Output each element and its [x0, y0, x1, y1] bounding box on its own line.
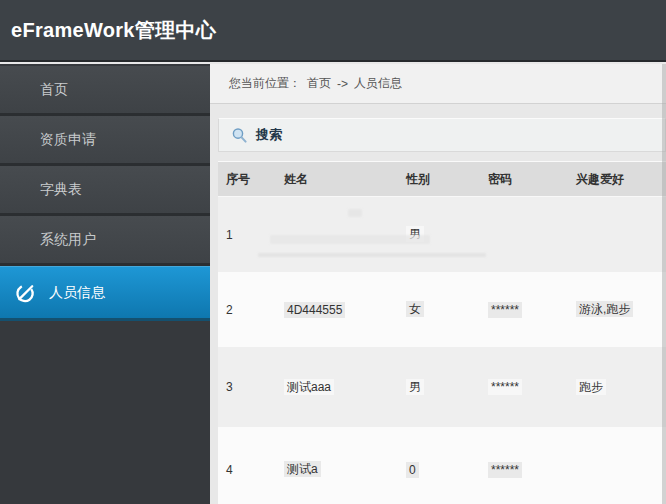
sidebar-item-label: 字典表 [40, 181, 82, 199]
column-header-password: 密码 [480, 171, 568, 188]
cell-gender: 0 [398, 463, 480, 477]
cell-name: 4D444555 [276, 303, 398, 317]
cell-no: 3 [218, 380, 276, 394]
table-row[interactable]: 1 男 [218, 197, 666, 272]
table-row[interactable]: 3 测试aaa 男 ****** 跑步 [218, 347, 666, 427]
column-header-no: 序号 [218, 171, 276, 188]
sidebar-item-home[interactable]: 首页 [0, 66, 210, 116]
breadcrumb: 您当前位置： 首页 -> 人员信息 [210, 64, 666, 104]
column-header-gender: 性别 [398, 171, 480, 188]
cell-password: ****** [480, 303, 568, 317]
app-title: eFrameWork管理中心 [11, 17, 216, 44]
sidebar-item-personnel-info[interactable]: 人员信息 [0, 266, 210, 321]
cell-no: 4 [218, 463, 276, 477]
column-header-hobby: 兴趣爱好 [568, 171, 666, 188]
table-header-row: 序号 姓名 性别 密码 兴趣爱好 [218, 161, 666, 197]
sidebar-item-label: 资质申请 [40, 131, 96, 149]
cell-hobby: 游泳,跑步 [568, 301, 666, 318]
sidebar-item-qualification-apply[interactable]: 资质申请 [0, 116, 210, 166]
window-edge-shade [662, 64, 666, 504]
breadcrumb-arrow: -> [337, 77, 348, 91]
column-header-name: 姓名 [276, 171, 398, 188]
breadcrumb-home-link[interactable]: 首页 [307, 75, 331, 92]
main-content: 您当前位置： 首页 -> 人员信息 搜索 序号 姓名 性别 密码 兴趣爱好 1 [210, 64, 666, 504]
sidebar-item-system-users[interactable]: 系统用户 [0, 216, 210, 266]
cell-name: 测试aaa [276, 379, 398, 396]
cell-password: ****** [480, 463, 568, 477]
sidebar-item-label: 首页 [40, 81, 68, 99]
cell-no: 1 [218, 228, 276, 242]
search-label: 搜索 [256, 126, 282, 144]
search-toggle-bar[interactable]: 搜索 [218, 118, 666, 152]
search-icon [231, 127, 248, 144]
cell-gender: 女 [398, 301, 480, 318]
cell-gender: 男 [398, 226, 480, 243]
app-header: eFrameWork管理中心 [0, 0, 666, 62]
cell-hobby: 跑步 [568, 379, 666, 396]
sidebar-item-dictionary-table[interactable]: 字典表 [0, 166, 210, 216]
table-row[interactable]: 4 测试a 0 ****** [218, 427, 666, 504]
personnel-table: 序号 姓名 性别 密码 兴趣爱好 1 男 2 4D444555 女 ******… [218, 161, 666, 504]
cell-name: 测试a [276, 461, 398, 478]
sidebar-item-label: 人员信息 [49, 284, 105, 302]
cell-password: ****** [480, 380, 568, 394]
cell-no: 2 [218, 303, 276, 317]
table-row[interactable]: 2 4D444555 女 ****** 游泳,跑步 [218, 272, 666, 347]
sidebar-item-label: 系统用户 [40, 231, 96, 249]
app-window: eFrameWork管理中心 首页 资质申请 字典表 系统用户 人员信息 您当前… [0, 0, 666, 504]
gauge-icon [14, 282, 38, 303]
breadcrumb-current: 人员信息 [354, 75, 402, 92]
cell-gender: 男 [398, 379, 480, 396]
sidebar: 首页 资质申请 字典表 系统用户 人员信息 [0, 64, 210, 504]
breadcrumb-label: 您当前位置： [229, 75, 301, 92]
